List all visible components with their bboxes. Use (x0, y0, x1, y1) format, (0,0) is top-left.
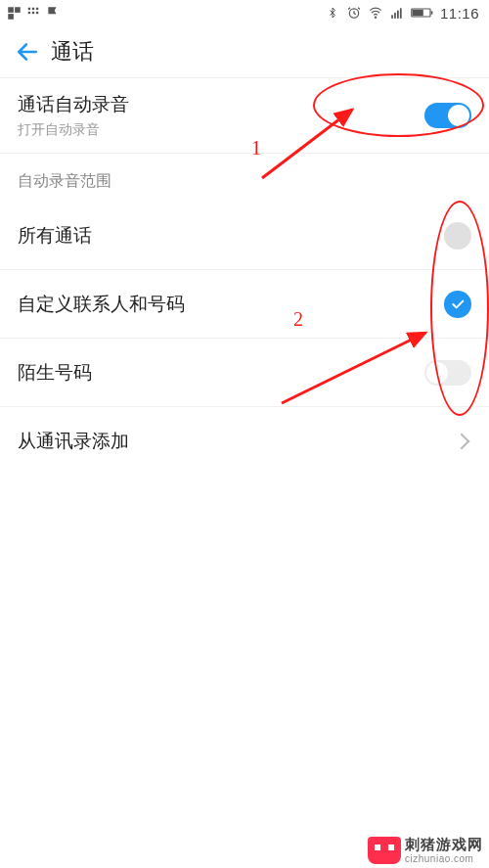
watermark: 刺猪游戏网 cizhuniao.com (362, 833, 489, 868)
svg-rect-2 (8, 14, 14, 20)
svg-rect-4 (32, 8, 34, 10)
signal-icon (389, 5, 405, 21)
wifi-icon (368, 5, 383, 21)
add-from-contacts-label: 从通讯录添加 (18, 429, 129, 454)
auto-record-toggle[interactable] (424, 103, 471, 128)
auto-record-subtitle: 打开自动录音 (18, 121, 129, 139)
grid-icon (25, 5, 41, 21)
scope-unknown-numbers-row[interactable]: 陌生号码 (0, 339, 489, 407)
chevron-right-icon (454, 434, 470, 450)
auto-record-row[interactable]: 通话自动录音 打开自动录音 (0, 78, 489, 154)
svg-rect-1 (15, 7, 21, 13)
svg-rect-12 (394, 13, 396, 19)
battery-icon (411, 5, 434, 21)
watermark-logo-icon (368, 837, 401, 864)
svg-rect-17 (431, 11, 433, 14)
scope-unknown-numbers-label: 陌生号码 (18, 360, 92, 386)
scope-custom-contacts-label: 自定义联系人和号码 (18, 292, 185, 317)
scope-all-calls-radio[interactable] (444, 222, 471, 250)
svg-rect-5 (36, 8, 38, 10)
status-bar: 11:16 (0, 0, 489, 25)
scope-unknown-numbers-toggle[interactable] (424, 360, 471, 386)
alarm-icon (346, 5, 362, 21)
status-time: 11:16 (440, 5, 479, 22)
auto-record-title: 通话自动录音 (18, 92, 129, 117)
flag-icon (45, 5, 61, 21)
status-left-icons (6, 5, 61, 21)
bluetooth-icon (325, 5, 340, 21)
svg-rect-3 (28, 8, 30, 10)
add-from-contacts-row[interactable]: 从通讯录添加 (0, 407, 489, 476)
svg-rect-0 (8, 7, 14, 13)
back-button[interactable] (8, 32, 47, 71)
watermark-text-en: cizhuniao.com (405, 853, 483, 864)
notification-icon (6, 5, 22, 21)
svg-rect-16 (413, 10, 423, 16)
svg-rect-11 (391, 15, 393, 18)
page-title: 通话 (51, 37, 94, 67)
svg-rect-14 (400, 8, 402, 18)
svg-rect-8 (36, 12, 38, 14)
svg-rect-6 (28, 12, 30, 14)
watermark-text-cn: 刺猪游戏网 (405, 837, 483, 853)
checkmark-icon (450, 297, 466, 312)
svg-rect-13 (397, 11, 399, 19)
scope-custom-contacts-row[interactable]: 自定义联系人和号码 (0, 270, 489, 339)
back-arrow-icon (15, 39, 40, 65)
section-scope-header: 自动录音范围 (0, 154, 489, 202)
scope-all-calls-row[interactable]: 所有通话 (0, 202, 489, 270)
scope-all-calls-label: 所有通话 (18, 223, 92, 249)
app-header: 通话 (0, 25, 489, 78)
svg-rect-7 (32, 12, 34, 14)
status-right-icons: 11:16 (325, 5, 479, 22)
scope-custom-contacts-radio[interactable] (444, 291, 471, 318)
svg-point-10 (375, 17, 376, 18)
